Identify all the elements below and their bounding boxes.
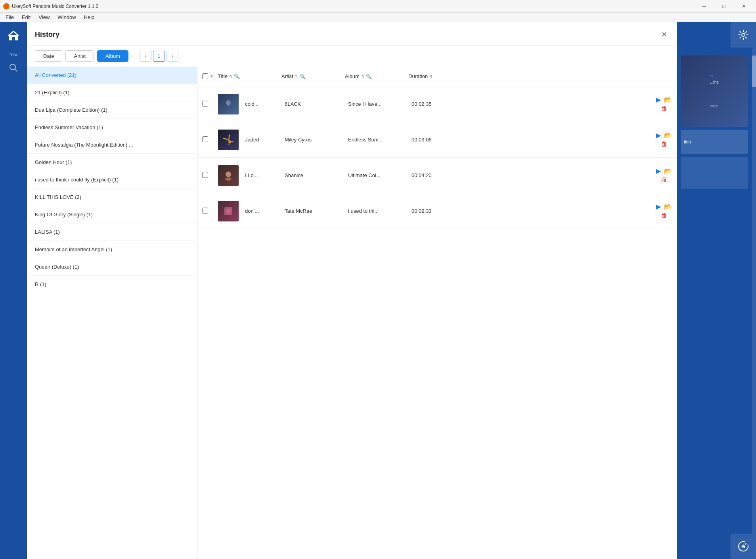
- svg-point-4: [226, 100, 231, 105]
- sidebar-now-playing[interactable]: Now: [0, 49, 27, 60]
- album-search-icon[interactable]: 🔍: [366, 74, 372, 79]
- history-header: History ✕: [27, 22, 677, 46]
- tab-row: Date Artist Album ‹ 1 ›: [27, 46, 677, 67]
- select-all-checkbox[interactable]: [202, 73, 208, 79]
- folder-button-2[interactable]: 📂: [664, 132, 672, 139]
- delete-button-3[interactable]: 🗑: [661, 176, 667, 183]
- right-scrollbar[interactable]: [752, 48, 756, 534]
- right-panel: ™ ...the 2022 tion: [677, 22, 756, 559]
- table-header: ▼ Title ⇅ 🔍 Artist ⇅ 🔍: [197, 67, 677, 86]
- menu-edit[interactable]: Edit: [18, 13, 34, 21]
- row-title-2: Jaded: [245, 137, 285, 143]
- folder-button-4[interactable]: 📂: [664, 203, 672, 210]
- svg-point-9: [742, 33, 745, 36]
- page-next-button[interactable]: ›: [167, 51, 178, 62]
- delete-button-2[interactable]: 🗑: [661, 141, 667, 148]
- add-music-button[interactable]: [731, 534, 756, 559]
- row-artist-1: 6LACK: [285, 101, 348, 107]
- row-duration-1: 00:02:35: [411, 101, 656, 107]
- album-item-lalisa[interactable]: LALISA (1): [27, 223, 197, 241]
- window-close-button[interactable]: ✕: [735, 0, 753, 13]
- title-sort-icon[interactable]: ⇅: [229, 74, 232, 78]
- page-current-button[interactable]: 1: [153, 51, 165, 62]
- play-button-1[interactable]: ▶: [656, 96, 661, 103]
- delete-button-4[interactable]: 🗑: [661, 212, 667, 219]
- row-actions-2: ▶ 📂 🗑: [656, 132, 672, 148]
- svg-line-3: [15, 69, 17, 71]
- right-album-card-2: tion: [681, 130, 748, 154]
- delete-button-1[interactable]: 🗑: [661, 105, 667, 112]
- row-title-1: cold...: [245, 101, 285, 107]
- album-item-future-nostalgia[interactable]: Future Nostalgia (The Moonlight Edition)…: [27, 136, 197, 154]
- tab-date[interactable]: Date: [35, 50, 62, 62]
- play-button-4[interactable]: ▶: [656, 203, 661, 210]
- artist-search-icon[interactable]: 🔍: [300, 74, 306, 79]
- title-bar: 🎵 UkeySoft Pandora Music Converter 1.1.0…: [0, 0, 756, 13]
- album-item-i-used-to-think[interactable]: i used to think i could fly (Explicit) (…: [27, 171, 197, 189]
- table-rows: cold... 6LACK Since I Have... 00:02:35 ▶…: [197, 86, 677, 559]
- play-button-3[interactable]: ▶: [656, 167, 661, 175]
- action-row-top-2: ▶ 📂: [656, 132, 672, 139]
- row-checkbox-4[interactable]: [202, 208, 218, 215]
- history-close-button[interactable]: ✕: [660, 29, 669, 40]
- album-item-queen-deluxe[interactable]: Queen (Deluxe) (1): [27, 258, 197, 276]
- minimize-button[interactable]: ─: [695, 0, 713, 13]
- action-row-bottom-3: 🗑: [656, 176, 672, 183]
- action-row-bottom-2: 🗑: [656, 141, 672, 148]
- settings-button[interactable]: [731, 22, 756, 48]
- row-duration-4: 00:02:33: [411, 208, 656, 214]
- duration-sort-icon[interactable]: ⇅: [429, 74, 433, 78]
- svg-point-8: [226, 209, 231, 214]
- maximize-button[interactable]: □: [715, 0, 733, 13]
- action-row-bottom-4: 🗑: [656, 212, 672, 219]
- album-item-21-explicit[interactable]: 21 (Explicit) (1): [27, 84, 197, 101]
- row-checkbox-1[interactable]: [202, 101, 218, 108]
- menu-window[interactable]: Window: [54, 13, 80, 21]
- row-actions-3: ▶ 📂 🗑: [656, 167, 672, 183]
- album-item-r[interactable]: R (1): [27, 276, 197, 293]
- row-artist-3: Shanice: [285, 172, 348, 178]
- row-checkbox-3[interactable]: [202, 172, 218, 179]
- tab-album[interactable]: Album: [97, 50, 128, 62]
- album-item-dua-lipa[interactable]: Dua Lipa (Complete Edition) (1): [27, 101, 197, 119]
- svg-point-5: [226, 172, 231, 177]
- play-button-2[interactable]: ▶: [656, 132, 661, 139]
- album-item-endless-summer[interactable]: Endless Summer Vacation (1): [27, 119, 197, 136]
- folder-button-1[interactable]: 📂: [664, 96, 672, 103]
- main-content: History ✕ Date Artist Album ‹ 1 › All Co…: [27, 22, 677, 559]
- row-album-4: i used to thi...: [348, 208, 411, 214]
- album-item-king-of-glory[interactable]: King Of Glory (Single) (1): [27, 206, 197, 223]
- title-search-icon[interactable]: 🔍: [234, 74, 240, 79]
- row-thumbnail-1: [218, 94, 242, 114]
- th-dropdown-icon: ▼: [210, 74, 214, 78]
- row-album-2: Endless Sum...: [348, 137, 411, 143]
- album-item-memoirs[interactable]: Memoirs of an imperfect Angel (1): [27, 241, 197, 258]
- folder-button-3[interactable]: 📂: [664, 167, 672, 175]
- now-label: Now: [10, 52, 17, 57]
- row-checkbox-2[interactable]: [202, 136, 218, 143]
- row-title-4: don'...: [245, 208, 285, 214]
- row-duration-2: 00:03:06: [411, 137, 656, 143]
- row-artist-2: Miley Cyrus: [285, 137, 348, 143]
- album-item-kill-this-love[interactable]: KILL THIS LOVE (2): [27, 189, 197, 206]
- action-row-bottom-1: 🗑: [656, 105, 672, 112]
- history-body: All Converted (21) 21 (Explicit) (1) Dua…: [27, 67, 677, 559]
- artist-sort-icon[interactable]: ⇅: [295, 74, 298, 78]
- table-row: I Lo... Shanice Ultimate Col... 00:04:20…: [197, 158, 677, 193]
- sidebar-home-button[interactable]: [0, 22, 27, 49]
- action-row-top-1: ▶ 📂: [656, 96, 672, 103]
- sidebar-search-button[interactable]: [0, 60, 27, 76]
- sidebar: Now: [0, 22, 27, 559]
- menu-help[interactable]: Help: [80, 13, 99, 21]
- album-item-all[interactable]: All Converted (21): [27, 67, 197, 84]
- album-item-golden-hour[interactable]: Golden Hour (1): [27, 154, 197, 171]
- history-title: History: [35, 31, 59, 39]
- action-row-top-3: ▶ 📂: [656, 167, 672, 175]
- menu-file[interactable]: File: [2, 13, 18, 21]
- tab-artist[interactable]: Artist: [65, 50, 94, 62]
- album-list: All Converted (21) 21 (Explicit) (1) Dua…: [27, 67, 197, 559]
- page-prev-button[interactable]: ‹: [140, 51, 151, 62]
- th-artist: Artist ⇅ 🔍: [281, 73, 345, 79]
- album-sort-icon[interactable]: ⇅: [361, 74, 364, 78]
- menu-view[interactable]: View: [34, 13, 54, 21]
